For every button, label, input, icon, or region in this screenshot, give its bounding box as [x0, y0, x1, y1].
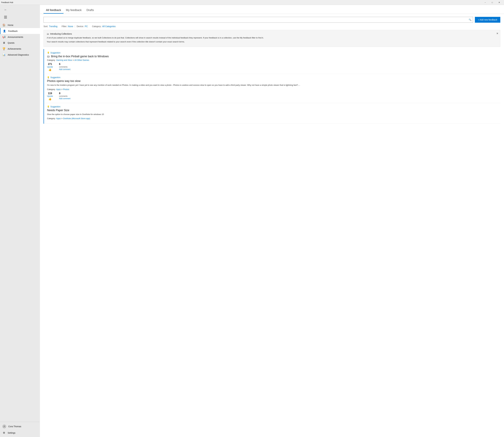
sidebar-item-quests-label: Quests [8, 42, 14, 44]
thumbsup-icon-1[interactable]: 👍 [48, 68, 51, 71]
notice-close-button[interactable]: ✕ [496, 32, 498, 35]
sidebar-item-feedback[interactable]: 👤 Feedback [0, 28, 40, 34]
filter-divider-3 [89, 25, 91, 28]
filter-divider-2: | [75, 25, 75, 28]
feedback-title-photos[interactable]: Photos opens way too slow [47, 79, 498, 83]
category-prefix-3: Category [47, 117, 56, 119]
collections-notice-title-text: Introducing Collections [50, 33, 72, 35]
category-value[interactable]: All Categories [102, 25, 116, 28]
comment-label-2: comments [59, 95, 67, 97]
feedback-type-label-1: Suggestion [51, 52, 60, 54]
feedback-icon: 👤 [3, 30, 6, 32]
close-button[interactable]: ✕ [496, 0, 503, 5]
thumbsup-icon-2[interactable]: 👍 [48, 98, 51, 100]
filter-label: Filter: [62, 25, 67, 28]
vote-row-photos: 119 Upvote 👍 8 comments Add comment [47, 92, 498, 100]
add-comment-button-2[interactable]: Add comment [59, 98, 70, 100]
feedback-item-pinball: 💡 Suggestion 🗂 Bring the in-box Pinball … [43, 49, 500, 74]
suggestion-bulb-icon-1: 💡 [47, 52, 50, 54]
category-sep-1: > [73, 59, 74, 61]
category-sep-2: > [61, 88, 63, 90]
sidebar-item-quests[interactable]: 🖥 Quests [0, 40, 40, 46]
category-link1-2[interactable]: Apps [56, 88, 61, 90]
category-label: Category: [92, 25, 101, 28]
maximize-button[interactable]: □ [489, 0, 496, 5]
upvote-count-2: 119 [48, 92, 52, 95]
feedback-item-photos: 💡 Suggestion Photos opens way too slow I… [43, 74, 500, 103]
sidebar-nav: 🏠 Home 👤 Feedback 📢 Announcements 🖥 Ques… [0, 21, 40, 422]
feedback-title-pinball[interactable]: 🗂 Bring the in-box Pinball game back to … [47, 55, 498, 58]
user-profile-item[interactable]: Cora Thomas [0, 423, 40, 430]
sidebar: ← 🏠 Home 👤 Feedback 📢 Announcements [0, 5, 40, 437]
upvote-button-1[interactable]: Upvote [47, 66, 53, 68]
sidebar-footer: Cora Thomas ⚙ Settings [0, 422, 40, 437]
notice-body-1: A lot of you asked us to merge duplicate… [47, 36, 497, 39]
sort-value[interactable]: Trending [49, 25, 58, 28]
hamburger-line-2 [4, 17, 7, 17]
tab-drafts[interactable]: Drafts [84, 7, 96, 14]
settings-item[interactable]: ⚙ Settings [0, 430, 40, 436]
feedback-title-papersize[interactable]: Needs Paper Size [47, 109, 498, 112]
comment-box-2: 8 comments Add comment [59, 92, 70, 100]
suggestion-bulb-icon-3: 💡 [47, 106, 50, 108]
category-prefix-2: Category [47, 88, 56, 90]
feedback-title-icon-1: 🗂 [47, 55, 50, 58]
filter-value[interactable]: None [68, 25, 73, 28]
filter-bar: Sort: Trending Filter: None | Device: PC… [43, 25, 500, 28]
feedback-type-label-2: Suggestion [51, 76, 60, 79]
add-new-feedback-button[interactable]: + Add new feedback [475, 17, 501, 23]
filter-divider-1 [59, 25, 60, 28]
category-link2-2[interactable]: Photos [63, 88, 69, 90]
feedback-desc-photos: I'm new to the insiders program yet I ha… [47, 84, 498, 87]
comment-label-1: comments [59, 66, 67, 68]
quests-icon: 🖥 [2, 41, 6, 44]
upvote-count-1: 271 [48, 63, 52, 66]
add-feedback-label: + Add new feedback [478, 19, 497, 21]
sidebar-item-achievements[interactable]: 🏆 Achievements [0, 46, 40, 52]
sidebar-item-home[interactable]: 🏠 Home [0, 22, 40, 28]
vote-row-pinball: 271 Upvote 👍 6 comments Add comment [47, 63, 498, 71]
category-sep-3: > [61, 117, 63, 119]
content-area: 🔍 + Add new feedback Sort: Trending Filt… [40, 14, 504, 437]
collections-notice-icon: 🗂 [47, 33, 49, 35]
search-button[interactable]: 🔍 [469, 19, 471, 21]
minimize-button[interactable]: − [482, 0, 489, 5]
feedback-category-pinball: Category Gaming and Xbox > All Other Gam… [47, 59, 498, 61]
device-value[interactable]: PC [85, 25, 88, 28]
sidebar-item-diagnostics[interactable]: 📊 Advanced Diagnostics [0, 52, 40, 58]
hamburger-line-1 [4, 16, 7, 16]
sidebar-item-announcements[interactable]: 📢 Announcements [0, 34, 40, 40]
feedback-type-label-3: Suggestion [51, 106, 60, 108]
search-input[interactable] [45, 19, 469, 21]
comment-box-1: 6 comments Add comment [59, 63, 70, 70]
tab-all-feedback[interactable]: All feedback [43, 7, 63, 14]
announcements-icon: 📢 [2, 36, 6, 39]
collections-notice: 🗂 Introducing Collections A lot of you a… [43, 30, 500, 47]
upvote-box-2: 119 Upvote 👍 [47, 92, 53, 100]
feedback-item-papersize: 💡 Suggestion Needs Paper Size Give the o… [43, 103, 500, 124]
diagnostics-icon: 📊 [2, 53, 6, 56]
sidebar-item-announcements-label: Announcements [8, 36, 23, 38]
category-link1-1[interactable]: Gaming and Xbox [56, 59, 72, 61]
sort-label: Sort: [43, 25, 48, 28]
category-link2-3[interactable]: OneNote (Microsoft Store app) [63, 117, 90, 119]
category-link1-3[interactable]: Apps [56, 117, 61, 119]
category-link2-1[interactable]: All Other Games [74, 59, 89, 61]
sidebar-item-achievements-label: Achievements [8, 48, 21, 50]
avatar [2, 425, 6, 428]
tab-my-feedback[interactable]: My feedback [63, 7, 84, 14]
back-button[interactable]: ← [2, 7, 9, 13]
titlebar: Feedback Hub − □ ✕ [0, 0, 504, 5]
feedback-category-papersize: Category Apps > OneNote (Microsoft Store… [47, 117, 498, 119]
app-title: Feedback Hub [1, 1, 13, 3]
hamburger-button[interactable] [2, 14, 9, 20]
upvote-button-2[interactable]: Upvote [47, 95, 53, 97]
add-comment-button-1[interactable]: Add comment [59, 68, 70, 70]
feedback-category-photos: Category Apps > Photos [47, 88, 498, 90]
sidebar-item-home-label: Home [8, 24, 13, 26]
app-container: ← 🏠 Home 👤 Feedback 📢 Announcements [0, 5, 504, 437]
device-label: Device: [77, 25, 84, 28]
user-name: Cora Thomas [8, 425, 21, 428]
main-content: All feedback My feedback Drafts 🔍 + Add … [40, 5, 504, 437]
feedback-type-pinball: 💡 Suggestion [47, 52, 498, 54]
